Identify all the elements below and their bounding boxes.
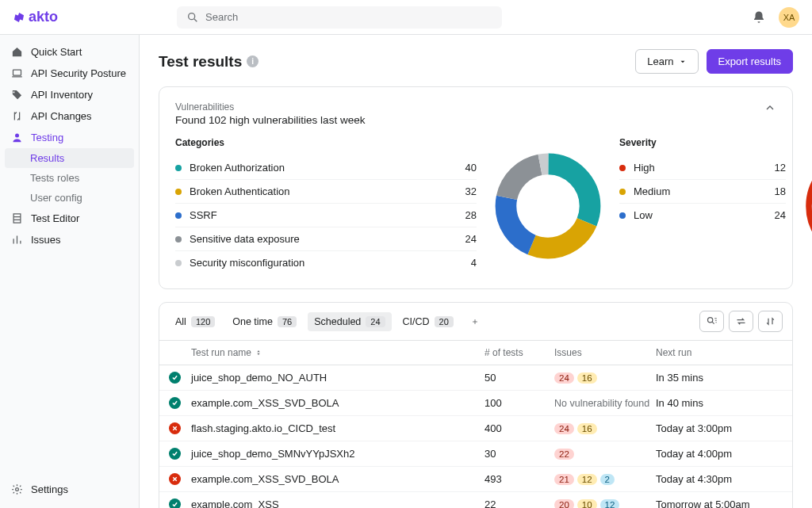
status-icon: [169, 448, 188, 460]
sort-asc-icon: [255, 349, 262, 357]
table-row[interactable]: example.com_XSS_SVD_BOLA 493 21122 Today…: [159, 467, 792, 492]
info-icon[interactable]: i: [247, 55, 259, 67]
issue-pill: 24: [554, 372, 574, 384]
sidebar-sub-results[interactable]: Results: [5, 148, 134, 168]
legend-dot: [175, 189, 182, 195]
table-row[interactable]: juice_shop_demo_NO_AUTH 50 2416 In 35 mi…: [159, 365, 792, 391]
issue-pill: 12: [577, 474, 597, 485]
category-legend-row: Broken Authorization40: [175, 156, 477, 180]
legend-dot: [175, 236, 182, 243]
run-name: flash.staging.akto.io_CICD_test: [188, 422, 485, 434]
sidebar-item-inventory[interactable]: API Inventory: [0, 84, 139, 105]
category-legend-row: Sensitive data exposure24: [175, 227, 477, 251]
sidebar-item-testing[interactable]: Testing: [0, 127, 139, 148]
sidebar: Quick Start API Security Posture API Inv…: [0, 35, 140, 508]
num-tests: 30: [485, 448, 554, 460]
table-row[interactable]: example.com_XSS_SVD_BOLA 100 No vulnerab…: [159, 391, 792, 416]
laptop-icon: [11, 67, 23, 79]
issue-pill: 2: [600, 474, 615, 485]
sidebar-item-issues[interactable]: Issues: [0, 229, 139, 250]
table-row[interactable]: juice_shop_demo_SMNvYYpJSXh2 30 22 Today…: [159, 441, 792, 467]
num-tests: 50: [485, 372, 554, 384]
avatar[interactable]: XA: [779, 7, 799, 28]
bell-icon[interactable]: [752, 10, 766, 25]
search-input[interactable]: Search: [177, 6, 502, 29]
categories-section: Categories Broken Authorization40Broken …: [175, 137, 477, 274]
issue-pill: 22: [554, 449, 574, 460]
person-icon: [11, 132, 23, 143]
collapse-icon[interactable]: [764, 101, 776, 114]
run-name: example.com_XSS: [188, 498, 485, 508]
export-button[interactable]: Export results: [707, 49, 793, 74]
plus-icon: [471, 316, 479, 327]
issues-cell: 2416: [554, 372, 656, 384]
tab-scheduled[interactable]: Scheduled 24: [308, 312, 391, 331]
tab-add[interactable]: [465, 312, 485, 331]
building-icon: [11, 212, 23, 224]
bar-icon: [11, 234, 23, 246]
tab-all[interactable]: All 120: [169, 312, 221, 331]
table-header: Test run name # of tests Issues Next run: [159, 340, 792, 365]
tab-onetime[interactable]: One time 76: [226, 312, 303, 331]
legend-dot: [175, 165, 182, 171]
tab-cicd[interactable]: CI/CD 20: [396, 312, 460, 331]
legend-dot: [175, 212, 182, 219]
sidebar-item-posture[interactable]: API Security Posture: [0, 63, 139, 84]
col-tests[interactable]: # of tests: [485, 347, 554, 358]
col-issues[interactable]: Issues: [554, 347, 656, 358]
run-name: example.com_XSS_SVD_BOLA: [188, 473, 485, 485]
legend-dot: [619, 165, 626, 171]
svg-point-0: [189, 13, 195, 19]
status-icon: [169, 422, 188, 434]
sidebar-item-quickstart[interactable]: Quick Start: [0, 41, 139, 63]
next-run: Today at 4:30pm: [656, 473, 783, 485]
table-row[interactable]: flash.staging.akto.io_CICD_test 400 2416…: [159, 416, 792, 441]
next-run: In 40 mins: [656, 397, 783, 409]
status-icon: [169, 498, 188, 508]
home-icon: [11, 46, 23, 58]
run-name: juice_shop_demo_NO_AUTH: [188, 372, 485, 384]
severity-legend-row: High12: [619, 156, 786, 180]
col-next[interactable]: Next run: [656, 347, 783, 358]
sidebar-sub-roles[interactable]: Tests roles: [0, 168, 139, 188]
sidebar-item-settings[interactable]: Settings: [0, 479, 139, 500]
topbar: akto Search XA: [0, 0, 812, 35]
sidebar-item-changes[interactable]: API Changes: [0, 105, 139, 127]
sidebar-item-editor[interactable]: Test Editor: [0, 208, 139, 229]
issue-pill: 20: [554, 499, 574, 509]
swap-icon: [735, 315, 747, 327]
issues-cell: 22: [554, 449, 656, 460]
diff-icon: [11, 110, 23, 122]
svg-line-21: [712, 322, 714, 324]
run-name: example.com_XSS_SVD_BOLA: [188, 397, 485, 409]
main-content: Test results i Learn Export results Vuln…: [140, 35, 812, 508]
svg-rect-5: [13, 214, 21, 223]
svg-point-4: [15, 134, 19, 138]
category-legend-row: Broken Authentication32: [175, 180, 477, 204]
category-legend-row: Security misconfiguration4: [175, 251, 477, 274]
status-icon: [169, 372, 188, 384]
run-name: juice_shop_demo_SMNvYYpJSXh2: [188, 448, 485, 460]
svg-point-20: [708, 318, 713, 323]
refresh-button[interactable]: [729, 311, 753, 332]
vuln-label: Vulnerabilities: [175, 101, 365, 113]
svg-rect-2: [13, 70, 21, 75]
svg-point-15: [809, 154, 812, 258]
sidebar-sub-userconfig[interactable]: User config: [0, 188, 139, 208]
categories-donut-chart: [492, 151, 603, 262]
page-header: Test results i Learn Export results: [159, 49, 793, 74]
num-tests: 100: [485, 397, 554, 409]
sort-icon: [764, 315, 776, 327]
next-run: Today at 4:00pm: [656, 448, 783, 460]
sort-button[interactable]: [758, 311, 783, 332]
severity-legend-row: Medium18: [619, 180, 786, 204]
tag-icon: [11, 89, 23, 101]
col-name[interactable]: Test run name: [188, 347, 485, 358]
issues-cell: 2416: [554, 423, 656, 434]
filter-button[interactable]: [699, 311, 724, 332]
issue-pill: 21: [554, 474, 574, 485]
table-row[interactable]: example.com_XSS 22 201012 Tomorrow at 5:…: [159, 492, 792, 508]
logo[interactable]: akto: [13, 9, 58, 25]
page-title: Test results i: [159, 53, 259, 71]
learn-button[interactable]: Learn: [635, 49, 698, 74]
